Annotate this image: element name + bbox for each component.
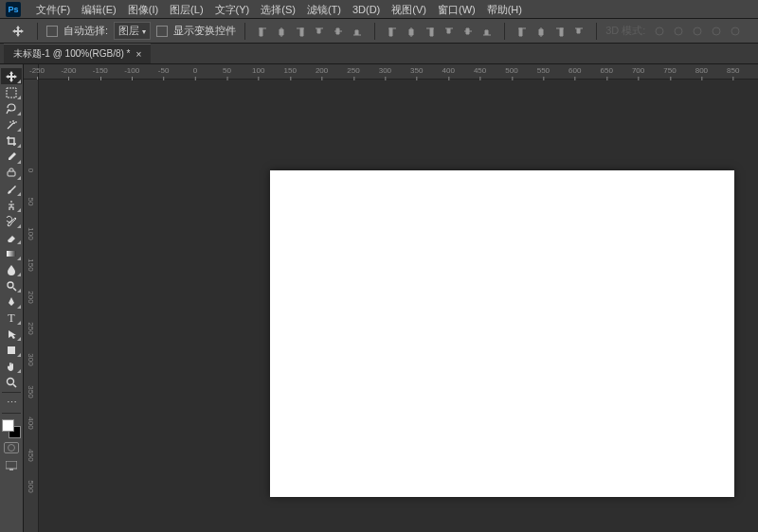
mode3d-3-icon xyxy=(708,23,725,40)
screen-mode-toggle[interactable] xyxy=(1,457,22,473)
clone-tool[interactable] xyxy=(1,197,22,213)
svg-rect-5 xyxy=(7,88,16,98)
transform-controls-label: 显示变换控件 xyxy=(173,24,236,38)
distribute-1-icon[interactable] xyxy=(403,23,420,40)
ruler-h-tick: 750 xyxy=(663,66,676,75)
canvas-area[interactable]: -250-200-150-100-50050100150200250300350… xyxy=(24,64,758,532)
ruler-h-tick: 700 xyxy=(632,66,644,75)
zoom-tool[interactable] xyxy=(1,374,22,390)
gradient-tool[interactable] xyxy=(1,245,22,261)
ruler-h-tick: 650 xyxy=(601,66,613,75)
svg-point-6 xyxy=(13,122,15,124)
mode3d-4-icon xyxy=(727,23,744,40)
history-brush-tool[interactable] xyxy=(1,213,22,229)
menu-窗口[interactable]: 窗口(W) xyxy=(432,0,481,19)
rect-marquee-tool[interactable] xyxy=(1,84,22,100)
align-3-icon[interactable] xyxy=(311,23,328,40)
ruler-h-tick: 350 xyxy=(410,66,423,75)
svg-rect-14 xyxy=(9,469,13,470)
ruler-v-tick: 300 xyxy=(27,354,35,366)
document-tab[interactable]: 未标题-1 @ 100%(RGB/8) * × xyxy=(4,44,151,63)
canvas[interactable] xyxy=(270,170,734,497)
pen-tool[interactable] xyxy=(1,293,22,310)
arrange-3-icon[interactable] xyxy=(570,23,587,40)
svg-point-2 xyxy=(694,27,701,35)
ruler-h-tick: -250 xyxy=(29,66,45,75)
rectangle-tool[interactable] xyxy=(1,342,22,358)
align-2-icon[interactable] xyxy=(292,23,309,40)
ruler-h-tick: -50 xyxy=(158,66,170,75)
menu-选择[interactable]: 选择(S) xyxy=(255,0,301,19)
ruler-h-tick: 450 xyxy=(474,66,486,75)
distribute-4-icon[interactable] xyxy=(460,23,477,40)
align-1-icon[interactable] xyxy=(273,23,290,40)
document-tab-title: 未标题-1 @ 100%(RGB/8) * xyxy=(13,47,131,61)
magic-wand-tool[interactable] xyxy=(1,116,22,133)
auto-select-dropdown[interactable]: 图层 ▾ xyxy=(114,22,151,40)
arrange-0-icon[interactable] xyxy=(514,23,531,40)
crop-tool[interactable] xyxy=(1,133,22,149)
close-tab-icon[interactable]: × xyxy=(136,49,142,60)
ruler-h-tick: 200 xyxy=(316,66,328,75)
workspace: T ⋯ -250-200-150-100-5005010015020025030… xyxy=(0,64,758,532)
lasso-tool[interactable] xyxy=(1,100,22,116)
distribute-5-icon[interactable] xyxy=(478,23,496,40)
align-5-icon[interactable] xyxy=(349,23,366,40)
hand-tool[interactable] xyxy=(1,358,22,374)
ruler-v-tick: 500 xyxy=(27,480,35,492)
move-tool-indicator[interactable] xyxy=(8,22,28,41)
distribute-3-icon[interactable] xyxy=(441,23,458,40)
menu-文字[interactable]: 文字(Y) xyxy=(209,0,256,19)
ruler-v-tick: 150 xyxy=(27,259,35,272)
svg-rect-11 xyxy=(8,346,15,354)
ruler-h-tick: 100 xyxy=(252,66,264,75)
align-0-icon[interactable] xyxy=(254,23,271,40)
horizontal-ruler[interactable]: -250-200-150-100-50050100150200250300350… xyxy=(39,64,758,80)
ruler-h-tick: 250 xyxy=(347,66,359,75)
menu-bar: Ps 文件(F)编辑(E)图像(I)图层(L)文字(Y)选择(S)滤镜(T)3D… xyxy=(0,0,758,19)
arrange-2-icon[interactable] xyxy=(551,23,568,40)
ruler-h-tick: -150 xyxy=(93,66,108,75)
ruler-v-tick: 450 xyxy=(27,449,35,461)
ruler-h-tick: 300 xyxy=(379,66,391,75)
distribute-0-icon[interactable] xyxy=(384,23,401,40)
patch-tool[interactable] xyxy=(1,165,22,181)
ruler-h-tick: -100 xyxy=(124,66,139,75)
menu-图层[interactable]: 图层(L) xyxy=(164,0,208,19)
menu-3D[interactable]: 3D(D) xyxy=(347,0,386,19)
menu-编辑[interactable]: 编辑(E) xyxy=(76,0,122,19)
auto-select-checkbox[interactable] xyxy=(46,26,58,37)
ruler-v-tick: 250 xyxy=(27,322,35,334)
mode3d-1-icon xyxy=(670,23,687,40)
transform-controls-checkbox[interactable] xyxy=(156,26,168,37)
ruler-h-tick: 850 xyxy=(727,66,739,75)
path-select-tool[interactable] xyxy=(1,326,22,342)
eyedropper-tool[interactable] xyxy=(1,149,22,165)
dodge-tool[interactable] xyxy=(1,277,22,293)
mode3d-label: 3D 模式: xyxy=(605,24,645,38)
eraser-tool[interactable] xyxy=(1,229,22,245)
blur-tool[interactable] xyxy=(1,261,22,277)
distribute-2-icon[interactable] xyxy=(422,23,439,40)
menu-滤镜[interactable]: 滤镜(T) xyxy=(301,0,347,19)
svg-rect-8 xyxy=(7,251,16,257)
quick-mask-toggle[interactable] xyxy=(4,442,19,453)
menu-视图[interactable]: 视图(V) xyxy=(386,0,432,19)
brush-tool[interactable] xyxy=(1,181,22,197)
foreground-swatch[interactable] xyxy=(2,419,14,432)
svg-point-12 xyxy=(8,378,14,384)
menu-帮助[interactable]: 帮助(H) xyxy=(481,0,528,19)
ruler-h-tick: 50 xyxy=(223,66,231,75)
arrange-1-icon[interactable] xyxy=(532,23,550,40)
vertical-ruler[interactable]: 050100150200250300350400450500 xyxy=(24,80,39,532)
type-tool[interactable]: T xyxy=(1,310,22,326)
ellipsis-tool[interactable]: ⋯ xyxy=(1,395,22,411)
menu-图像[interactable]: 图像(I) xyxy=(122,0,164,19)
mode3d-0-icon xyxy=(651,23,668,40)
color-swatches[interactable] xyxy=(2,419,21,438)
move-tool[interactable] xyxy=(1,68,22,84)
svg-point-4 xyxy=(731,27,739,35)
align-4-icon[interactable] xyxy=(330,23,347,40)
ruler-h-tick: 0 xyxy=(193,66,197,75)
menu-文件[interactable]: 文件(F) xyxy=(30,0,76,19)
